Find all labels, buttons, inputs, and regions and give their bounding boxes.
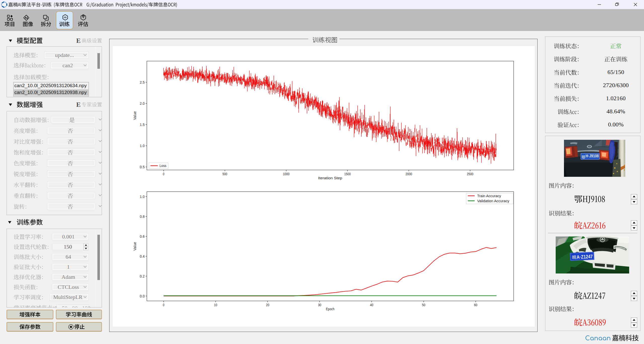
svg-text:Iteration Step: Iteration Step	[318, 176, 342, 180]
svg-text:Loss: Loss	[160, 163, 166, 168]
svg-text:Train Accuracy: Train Accuracy	[477, 194, 501, 198]
svg-text:0: 0	[163, 303, 164, 307]
svg-text:2500: 2500	[467, 172, 473, 176]
svg-text:1000: 1000	[283, 172, 289, 176]
svg-text:0.0: 0.0	[140, 294, 145, 298]
svg-text:60: 60	[474, 303, 477, 307]
svg-text:0.2: 0.2	[140, 274, 145, 278]
svg-text:0: 0	[163, 172, 164, 176]
svg-text:Epoch: Epoch	[326, 307, 334, 311]
svg-text:2.0: 2.0	[140, 101, 145, 106]
svg-text:500: 500	[222, 172, 227, 176]
svg-text:0.5: 0.5	[140, 165, 145, 169]
svg-text:1500: 1500	[344, 172, 351, 176]
svg-text:Validation Accuracy: Validation Accuracy	[477, 199, 509, 203]
svg-text:30: 30	[318, 303, 321, 307]
svg-text:1.5: 1.5	[140, 122, 145, 127]
svg-text:1.0: 1.0	[140, 144, 145, 148]
svg-text:20: 20	[266, 303, 269, 307]
svg-text:Value: Value	[133, 242, 137, 251]
svg-text:2000: 2000	[405, 172, 412, 176]
svg-text:Value: Value	[133, 111, 137, 120]
svg-text:0.4: 0.4	[140, 254, 145, 258]
svg-text:0.6: 0.6	[140, 234, 145, 238]
svg-text:50: 50	[422, 303, 425, 307]
svg-text:40: 40	[370, 303, 373, 307]
svg-text:A·Z1247: A·Z1247	[577, 254, 593, 260]
svg-text:H·J9108: H·J9108	[586, 154, 599, 158]
svg-text:10: 10	[214, 303, 217, 307]
svg-text:2.5: 2.5	[140, 80, 145, 84]
svg-text:1.0: 1.0	[140, 194, 145, 199]
svg-text:0.8: 0.8	[140, 214, 145, 219]
